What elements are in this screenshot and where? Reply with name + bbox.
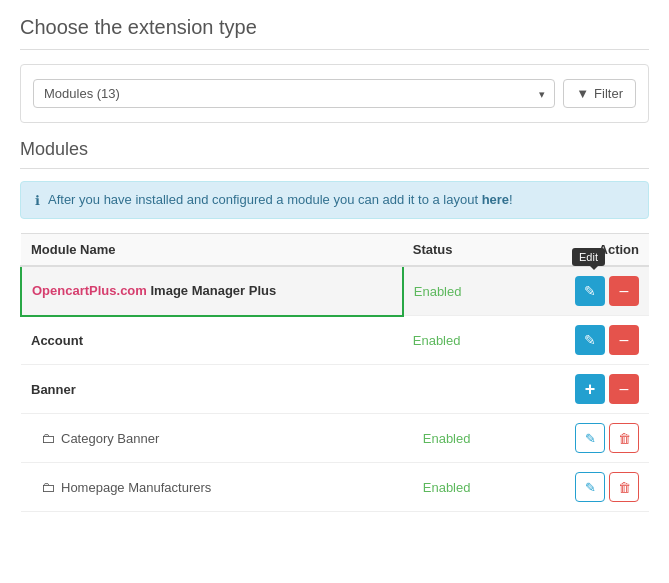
edit-button[interactable]: ✎ — [575, 423, 605, 453]
module-name-cell: OpencartPlus.com Image Manager Plus — [21, 266, 403, 316]
module-action-cell: ✎ – — [514, 316, 649, 365]
table-row: 🗀 Homepage Manufacturers Enabled ✎ 🗑 — [21, 463, 649, 512]
edit-button[interactable]: ✎ — [575, 472, 605, 502]
module-name-suffix: Image Manager Plus — [151, 283, 277, 298]
tooltip-label: Edit — [572, 248, 605, 266]
add-button[interactable]: + — [575, 374, 605, 404]
folder-icon: 🗀 — [41, 430, 55, 446]
module-status-cell: Enabled — [403, 316, 514, 365]
status-badge: Enabled — [423, 431, 471, 446]
module-status-cell — [403, 365, 514, 414]
page-title: Choose the extension type — [20, 16, 649, 50]
filter-section: Modules (13) Feeds Payments Shipping Tot… — [20, 64, 649, 123]
module-status-cell: Enabled — [403, 463, 514, 512]
module-name-cell: 🗀 Category Banner — [21, 414, 403, 463]
action-buttons: ✎ – — [524, 325, 639, 355]
filter-icon: ▼ — [576, 86, 589, 101]
action-buttons: ✎ 🗑 — [534, 423, 639, 453]
delete-button[interactable]: 🗑 — [609, 472, 639, 502]
minus-icon: – — [620, 381, 629, 397]
filter-button-label: Filter — [594, 86, 623, 101]
module-name-banner: Banner — [31, 382, 76, 397]
table-header-row: Module Name Status Action — [21, 234, 649, 267]
module-name-cell: Account — [21, 316, 403, 365]
action-buttons: ✎ 🗑 — [534, 472, 639, 502]
action-buttons: + – — [524, 374, 639, 404]
delete-button[interactable]: – — [609, 374, 639, 404]
edit-tooltip: Edit ✎ — [575, 276, 605, 306]
module-name-link: OpencartPlus.com — [32, 283, 147, 298]
extension-type-select[interactable]: Modules (13) Feeds Payments Shipping Tot… — [33, 79, 555, 108]
module-name-category-banner: 🗀 Category Banner — [41, 430, 393, 446]
module-action-cell: ✎ 🗑 — [514, 463, 649, 512]
section-title: Modules — [20, 139, 649, 169]
module-name-cell: Banner — [21, 365, 403, 414]
edit-button[interactable]: ✎ — [575, 325, 605, 355]
info-text-before: After you have installed and configured … — [48, 192, 482, 207]
info-text-after: ! — [509, 192, 513, 207]
minus-icon: – — [620, 332, 629, 348]
info-box: ℹ After you have installed and configure… — [20, 181, 649, 219]
table-row: 🗀 Category Banner Enabled ✎ 🗑 — [21, 414, 649, 463]
status-badge: Enabled — [423, 480, 471, 495]
delete-button[interactable]: – — [609, 276, 639, 306]
col-header-name: Module Name — [21, 234, 403, 267]
module-status-cell: Enabled — [403, 266, 514, 316]
table-row: OpencartPlus.com Image Manager Plus Enab… — [21, 266, 649, 316]
delete-button[interactable]: – — [609, 325, 639, 355]
info-text: After you have installed and configured … — [48, 192, 513, 207]
module-status-cell: Enabled — [403, 414, 514, 463]
modules-table: Module Name Status Action OpencartPlus.c… — [20, 233, 649, 512]
folder-icon: 🗀 — [41, 479, 55, 495]
module-name-cell: 🗀 Homepage Manufacturers — [21, 463, 403, 512]
minus-icon: – — [620, 283, 629, 299]
module-name-homepage-manufacturers: 🗀 Homepage Manufacturers — [41, 479, 393, 495]
info-icon: ℹ — [35, 193, 40, 208]
action-buttons: Edit ✎ – — [524, 276, 639, 306]
info-link[interactable]: here — [482, 192, 509, 207]
module-action-cell: + – — [514, 365, 649, 414]
module-action-cell: Edit ✎ – — [514, 266, 649, 316]
status-badge: Enabled — [414, 284, 462, 299]
table-row: Account Enabled ✎ – — [21, 316, 649, 365]
status-badge: Enabled — [413, 333, 461, 348]
filter-button[interactable]: ▼ Filter — [563, 79, 636, 108]
module-name-opencartplus: OpencartPlus.com Image Manager Plus — [32, 283, 276, 298]
filter-row: Modules (13) Feeds Payments Shipping Tot… — [33, 79, 636, 108]
module-action-cell: ✎ 🗑 — [514, 414, 649, 463]
col-header-status: Status — [403, 234, 514, 267]
edit-button[interactable]: ✎ — [575, 276, 605, 306]
table-row: Banner + – — [21, 365, 649, 414]
module-name-account: Account — [31, 333, 83, 348]
delete-button[interactable]: 🗑 — [609, 423, 639, 453]
extension-type-select-wrapper: Modules (13) Feeds Payments Shipping Tot… — [33, 79, 555, 108]
